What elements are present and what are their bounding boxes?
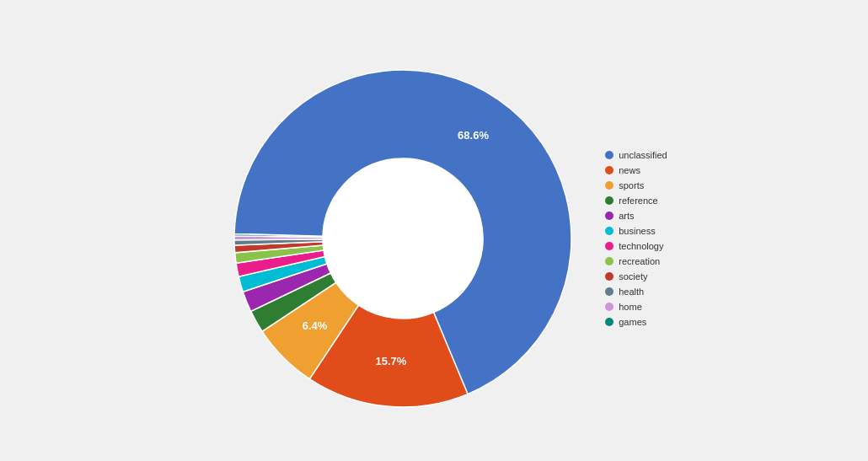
legend-label-reference: reference bbox=[619, 196, 657, 206]
legend-label-society: society bbox=[619, 271, 647, 281]
legend-dot-recreation bbox=[605, 257, 613, 265]
segment-label-sports: 6.4% bbox=[303, 319, 328, 331]
legend-item-society: society bbox=[605, 271, 667, 281]
legend-item-games: games bbox=[605, 317, 667, 327]
legend-item-recreation: recreation bbox=[605, 256, 667, 266]
segment-label-news: 15.7% bbox=[376, 355, 407, 367]
legend: unclassifiednewssportsreferenceartsbusin… bbox=[605, 150, 667, 327]
legend-dot-sports bbox=[605, 181, 613, 190]
legend-item-arts: arts bbox=[605, 211, 667, 221]
legend-dot-health bbox=[605, 287, 613, 296]
chart-container: 68.6%15.7%6.4% unclassifiednewssportsref… bbox=[0, 0, 868, 461]
legend-item-unclassified: unclassified bbox=[605, 150, 667, 160]
legend-item-news: news bbox=[605, 165, 667, 175]
legend-dot-technology bbox=[605, 242, 613, 250]
legend-dot-reference bbox=[605, 196, 613, 205]
donut-svg: 68.6%15.7%6.4% bbox=[226, 62, 580, 415]
legend-dot-arts bbox=[605, 212, 613, 220]
legend-item-home: home bbox=[605, 302, 667, 312]
legend-item-sports: sports bbox=[605, 180, 667, 190]
legend-dot-unclassified bbox=[605, 151, 613, 159]
legend-label-home: home bbox=[619, 302, 642, 312]
legend-label-news: news bbox=[619, 165, 640, 175]
legend-dot-news bbox=[605, 166, 613, 174]
legend-label-business: business bbox=[619, 226, 655, 236]
legend-item-health: health bbox=[605, 287, 667, 297]
legend-item-reference: reference bbox=[605, 196, 667, 206]
legend-label-games: games bbox=[619, 317, 646, 327]
legend-label-unclassified: unclassified bbox=[619, 150, 667, 160]
legend-label-arts: arts bbox=[619, 211, 634, 221]
donut-chart: 68.6%15.7%6.4% bbox=[226, 62, 580, 415]
legend-dot-society bbox=[605, 272, 613, 281]
legend-dot-games bbox=[605, 318, 613, 326]
legend-dot-home bbox=[605, 303, 613, 311]
legend-label-recreation: recreation bbox=[619, 256, 660, 266]
donut-hole bbox=[323, 158, 483, 319]
legend-item-technology: technology bbox=[605, 241, 667, 251]
legend-label-health: health bbox=[619, 287, 644, 297]
legend-label-sports: sports bbox=[619, 180, 644, 190]
legend-dot-business bbox=[605, 227, 613, 235]
legend-item-business: business bbox=[605, 226, 667, 236]
chart-body: 68.6%15.7%6.4% unclassifiednewssportsref… bbox=[0, 15, 868, 461]
segment-label-unclassified: 68.6% bbox=[458, 128, 489, 141]
legend-label-technology: technology bbox=[619, 241, 663, 251]
